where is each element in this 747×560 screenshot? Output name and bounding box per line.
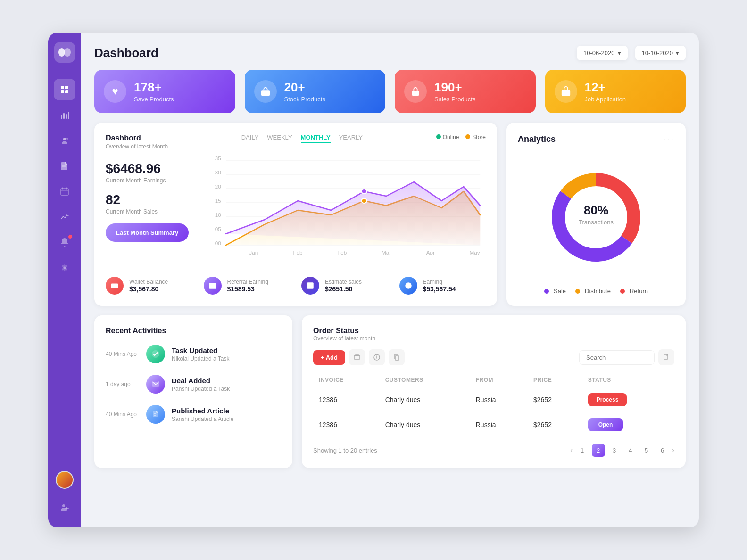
- header-dates: 10-06-2020 ▾ 10-10-2020 ▾: [577, 46, 686, 60]
- app-container: Dashboard 10-06-2020 ▾ 10-10-2020 ▾ ♥ 17…: [48, 33, 699, 527]
- col-price: PRICE: [528, 373, 582, 387]
- referral-stat-text: Referral Earning $1589.53: [227, 279, 268, 293]
- main-content: Dashboard 10-06-2020 ▾ 10-10-2020 ▾ ♥ 17…: [81, 33, 699, 527]
- tab-yearly[interactable]: YEARLY: [339, 134, 363, 143]
- table-row: 12386 Charly dues Russia $2652 Open: [313, 412, 674, 437]
- svg-rect-6: [61, 115, 62, 119]
- sidebar-bottom: [54, 471, 75, 518]
- stat-label-3: Sales Products: [434, 96, 475, 103]
- activity-title-0: Task Updated: [172, 346, 230, 354]
- search-file-button[interactable]: [658, 349, 674, 365]
- col-from: FROM: [470, 373, 528, 387]
- delete-toolbar-button[interactable]: [349, 349, 365, 365]
- copy-toolbar-button[interactable]: [389, 349, 405, 365]
- svg-text:00: 00: [215, 241, 221, 246]
- svg-text:Jan: Jan: [249, 250, 258, 255]
- sidebar-item-documents[interactable]: [54, 155, 75, 177]
- activity-item-2: 40 Mins Ago Published Article Sanshi Upd…: [106, 405, 281, 424]
- analytics-legend: Sale Distribute Return: [518, 288, 674, 295]
- legend-store: Store: [465, 134, 486, 140]
- sidebar-logo: [54, 42, 75, 63]
- svg-rect-73: [664, 354, 668, 359]
- svg-point-41: [361, 189, 367, 194]
- earning-stat: $ Earning $53,567.54: [399, 277, 486, 295]
- svg-rect-2: [61, 86, 64, 89]
- page-2[interactable]: 2: [592, 444, 605, 457]
- col-customers: CUSTOMERS: [380, 373, 470, 387]
- sidebar-item-dashboard[interactable]: [54, 79, 75, 100]
- orders-table-wrapper: INVOICE CUSTOMERS FROM PRICE STATUS 1238…: [313, 373, 674, 437]
- tab-weekly[interactable]: WEEKLY: [267, 134, 292, 143]
- svg-text:Apr: Apr: [426, 250, 435, 255]
- activities-card: Recent Activities 40 Mins Ago Task Updat…: [94, 315, 292, 468]
- dashboard-card-info: Dashbord Overview of latest Month: [106, 134, 168, 150]
- wallet-icon: [106, 277, 124, 295]
- showing-entries: Showing 1 to 20 entries: [313, 447, 377, 454]
- document-icon: [146, 405, 165, 424]
- tab-monthly[interactable]: MONTHLY: [301, 134, 331, 143]
- dashboard-card-subtitle: Overview of latest Month: [106, 143, 168, 150]
- date-end-badge[interactable]: 10-10-2020 ▾: [635, 46, 686, 60]
- sidebar-navigation: [48, 79, 81, 279]
- svg-rect-22: [261, 90, 269, 96]
- sidebar-item-settings[interactable]: [54, 257, 75, 279]
- table-row: 12386 Charly dues Russia $2652 Process: [313, 387, 674, 412]
- current-earnings: $6468.96: [106, 161, 200, 176]
- activity-content-2: Published Article Sanshi Updated a Artic…: [172, 407, 233, 422]
- tab-daily[interactable]: DAILY: [241, 134, 259, 143]
- search-input[interactable]: [579, 350, 655, 365]
- last-month-summary-button[interactable]: Last Month Summary: [106, 223, 189, 242]
- stat-cards-row: ♥ 178+ Save Products 20+ Stock Products: [94, 70, 686, 113]
- estimate-icon: [301, 277, 319, 295]
- more-options-icon[interactable]: ···: [664, 134, 674, 145]
- referral-label: Referral Earning: [227, 279, 268, 285]
- sidebar-item-calendar[interactable]: [54, 181, 75, 202]
- sidebar-item-notifications[interactable]: [54, 231, 75, 253]
- wallet-label: Wallet Ballance: [129, 279, 168, 285]
- svg-point-11: [66, 138, 68, 140]
- bottom-row: Recent Activities 40 Mins Ago Task Updat…: [94, 315, 686, 468]
- chevron-down-icon-2: ▾: [676, 49, 679, 57]
- stat-number-4: 12+: [585, 80, 626, 95]
- svg-text:15: 15: [215, 198, 221, 204]
- invoice-1: 12386: [313, 412, 380, 437]
- col-invoice: INVOICE: [313, 373, 380, 387]
- sidebar-item-analytics[interactable]: [54, 104, 75, 126]
- svg-rect-7: [63, 113, 65, 119]
- legend-distribute: Distribute: [575, 288, 611, 295]
- earning-value: $53,567.54: [423, 285, 456, 293]
- checkmark-icon: [146, 345, 165, 363]
- activity-content-0: Task Updated Nikolai Updated a Task: [172, 346, 230, 362]
- date-start-badge[interactable]: 10-06-2020 ▾: [577, 46, 628, 60]
- svg-rect-68: [355, 355, 359, 360]
- page-1[interactable]: 1: [576, 444, 589, 457]
- svg-text:Feb: Feb: [293, 250, 302, 255]
- stat-info-3: 190+ Sales Products: [434, 80, 475, 103]
- page-6[interactable]: 6: [656, 444, 669, 457]
- page-3[interactable]: 3: [608, 444, 621, 457]
- order-subtitle: Overview of latest month: [313, 335, 674, 342]
- sidebar-item-reports[interactable]: [54, 206, 75, 228]
- page-5[interactable]: 5: [640, 444, 653, 457]
- from-1: Russia: [470, 412, 528, 437]
- stat-label-2: Stock Products: [284, 96, 325, 103]
- page-4[interactable]: 4: [624, 444, 637, 457]
- pagination-next[interactable]: ›: [672, 446, 674, 454]
- bottom-stats: Wallet Ballance $3,567.80 Referral Earni…: [106, 269, 486, 295]
- orders-table: INVOICE CUSTOMERS FROM PRICE STATUS 1238…: [313, 373, 674, 437]
- chart-legend: Online Store: [436, 134, 486, 140]
- heart-icon: ♥: [104, 80, 126, 103]
- analytics-card: Analytics ··· 80% T: [506, 123, 686, 306]
- search-box: [579, 349, 674, 365]
- svg-rect-9: [68, 112, 69, 119]
- process-button[interactable]: Process: [588, 393, 627, 406]
- pagination-prev[interactable]: ‹: [570, 446, 573, 454]
- activity-subtitle-0: Nikolai Updated a Task: [172, 355, 230, 362]
- add-button[interactable]: + Add: [313, 350, 345, 365]
- stat-info-4: 12+ Job Application: [585, 80, 626, 103]
- sidebar-item-user-plus[interactable]: [54, 496, 75, 518]
- header: Dashboard 10-06-2020 ▾ 10-10-2020 ▾: [94, 46, 686, 60]
- sidebar-item-users[interactable]: [54, 130, 75, 151]
- open-button[interactable]: Open: [588, 418, 623, 431]
- info-toolbar-button[interactable]: [369, 349, 385, 365]
